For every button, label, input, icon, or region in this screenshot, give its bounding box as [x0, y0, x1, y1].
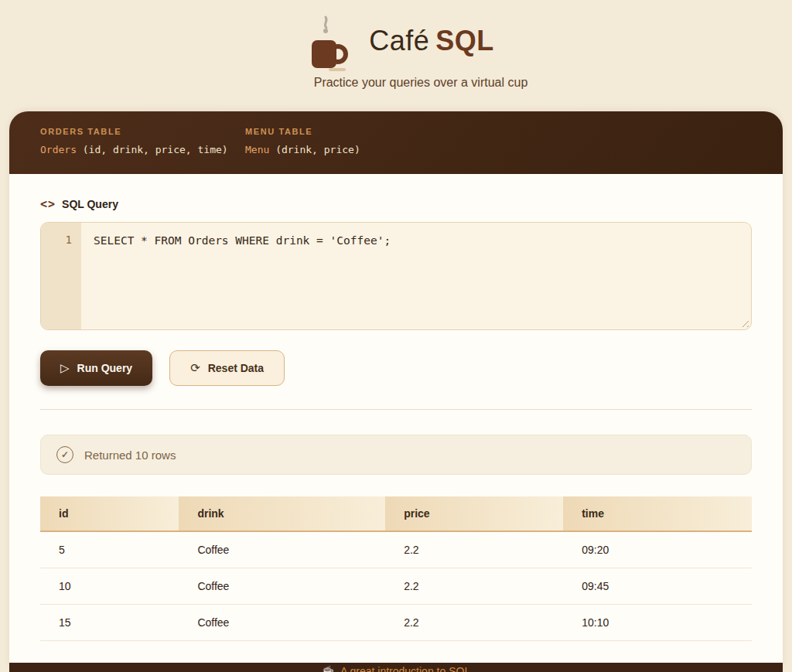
coffee-emoji-icon: ☕ [322, 665, 334, 672]
sql-query-input[interactable]: SELECT * FROM Orders WHERE drink = 'Coff… [81, 223, 751, 329]
hero-header: CaféSQL Practice your queries over a vir… [0, 0, 792, 90]
cell-drink: Coffee [179, 568, 385, 605]
sql-intro-link[interactable]: A great introduction to SQL [340, 665, 470, 672]
section-divider [40, 409, 752, 410]
cell-id: 5 [40, 531, 179, 568]
column-header-price: price [385, 496, 563, 531]
cell-price: 2.2 [385, 568, 563, 605]
page-title-regular: Café [369, 25, 429, 56]
run-query-button[interactable]: ▷ Run Query [40, 350, 152, 386]
cell-drink: Coffee [179, 605, 385, 641]
schema-header-bar: ORDERS TABLE Orders (id, drink, price, t… [9, 111, 783, 174]
card-body: <> SQL Query 1 SELECT * FROM Orders WHER… [9, 174, 783, 664]
results-header-row: id drink price time [40, 496, 752, 531]
cell-id: 10 [40, 568, 179, 605]
cell-time: 09:45 [563, 568, 752, 605]
editor-heading: SQL Query [62, 198, 118, 210]
line-number-gutter: 1 [41, 223, 81, 329]
menu-table-heading: MENU TABLE [245, 127, 360, 136]
cell-time: 10:10 [563, 605, 752, 641]
menu-table-signature: Menu (drink, price) [245, 144, 360, 155]
status-message: Returned 10 rows [84, 449, 176, 462]
run-query-label: Run Query [77, 362, 133, 374]
page-title: CaféSQL [369, 25, 494, 57]
cell-time: 09:20 [563, 531, 752, 568]
page-title-bold: SQL [435, 25, 494, 56]
editor-label-row: <> SQL Query [40, 197, 752, 211]
play-icon: ▷ [60, 361, 70, 375]
menu-table-name: Menu [245, 144, 269, 155]
table-row: 15 Coffee 2.2 10:10 [40, 605, 752, 641]
action-buttons: ▷ Run Query ⟳ Reset Data [40, 350, 752, 386]
reset-data-label: Reset Data [208, 362, 264, 374]
code-brackets-icon: <> [40, 197, 56, 211]
column-header-drink: drink [179, 496, 385, 531]
orders-table-signature: Orders (id, drink, price, time) [40, 144, 245, 155]
line-number: 1 [66, 234, 72, 246]
coffee-mug-icon [298, 14, 353, 80]
cell-id: 15 [40, 605, 179, 641]
results-table: id drink price time 5 Coffee 2.2 09:20 1… [40, 496, 752, 641]
cell-price: 2.2 [385, 605, 563, 641]
orders-table-name: Orders [40, 144, 77, 155]
column-header-time: time [563, 496, 752, 531]
cell-price: 2.2 [385, 531, 563, 568]
sql-editor: 1 SELECT * FROM Orders WHERE drink = 'Co… [40, 222, 752, 330]
column-header-id: id [40, 496, 179, 531]
footer-bar: ☕ A great introduction to SQL [9, 663, 783, 672]
menu-schema: MENU TABLE Menu (drink, price) [245, 127, 360, 155]
check-glyph: ✓ [61, 449, 69, 460]
reset-icon: ⟳ [190, 361, 200, 375]
check-circle-icon: ✓ [56, 446, 73, 463]
orders-schema: ORDERS TABLE Orders (id, drink, price, t… [40, 127, 245, 155]
status-bar: ✓ Returned 10 rows [40, 435, 752, 475]
table-row: 10 Coffee 2.2 09:45 [40, 568, 752, 605]
reset-data-button[interactable]: ⟳ Reset Data [169, 350, 285, 386]
main-card: ORDERS TABLE Orders (id, drink, price, t… [9, 111, 783, 668]
orders-table-heading: ORDERS TABLE [40, 127, 245, 136]
table-row: 5 Coffee 2.2 09:20 [40, 531, 752, 568]
menu-table-columns: (drink, price) [269, 144, 360, 155]
cell-drink: Coffee [179, 531, 385, 568]
orders-table-columns: (id, drink, price, time) [77, 144, 228, 155]
